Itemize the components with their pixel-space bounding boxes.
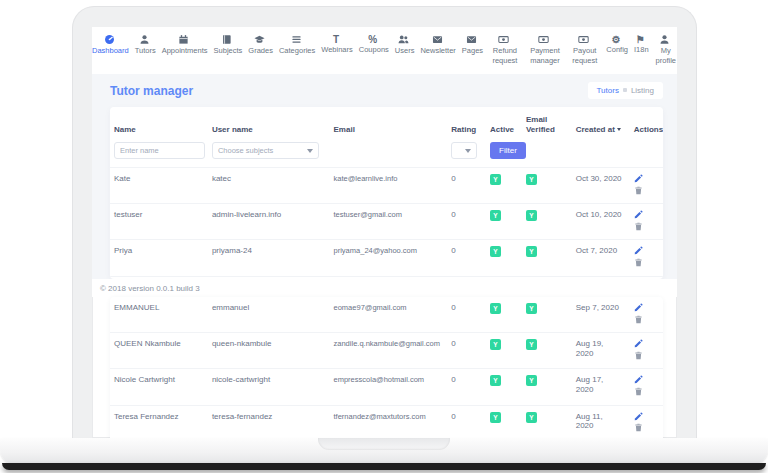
edit-button[interactable] [634, 375, 643, 384]
nav-item-label: Grades [248, 46, 273, 55]
active-badge: Y [490, 339, 501, 350]
nav-item-dashboard[interactable]: Dashboard [92, 34, 129, 56]
delete-button[interactable] [634, 258, 643, 267]
active-badge: Y [490, 375, 501, 386]
edit-button[interactable] [634, 339, 643, 348]
nav-item-label: Tutors [135, 46, 156, 55]
nav-item-label: Pages [462, 46, 483, 55]
percent-icon: % [367, 34, 378, 45]
top-navbar: DashboardTutorsAppointmentsSubjectsGrade… [92, 27, 677, 74]
cell-created-at: Sep 7, 2020 [572, 297, 630, 333]
subjects-filter-select[interactable]: Choose subjects [212, 142, 319, 159]
cell-rating: 0 [447, 333, 486, 369]
cell-created-at: Aug 11, 2020 [572, 405, 630, 438]
table-filter-row: Choose subjectsFilter [110, 140, 663, 168]
cell-rating: 0 [447, 240, 486, 276]
rating-filter-select[interactable] [451, 142, 477, 159]
nav-item-grades[interactable]: Grades [248, 34, 273, 56]
nav-item-subjects[interactable]: Subjects [214, 34, 243, 56]
chevron-down-icon [465, 149, 471, 153]
delete-button[interactable] [634, 186, 643, 195]
nav-item-categories[interactable]: Categories [279, 34, 315, 56]
edit-button[interactable] [634, 246, 643, 255]
money-icon [498, 34, 509, 45]
table-header-row: NameUser nameEmailRatingActiveEmail Veri… [110, 107, 663, 140]
table-row: EMMANUELemmanueleomae97@gmail.com0YYSep … [110, 297, 663, 333]
nav-item-webinars[interactable]: TWebinars [321, 34, 353, 55]
money-icon [538, 34, 549, 45]
edit-button[interactable] [634, 174, 643, 183]
nav-item-refund-request[interactable]: Refund request [489, 34, 521, 65]
text-icon: T [331, 34, 342, 45]
active-badge: Y [490, 246, 501, 257]
column-header-user-name: User name [208, 107, 330, 140]
tutor-table-card-continued: EMMANUELemmanueleomae97@gmail.com0YYSep … [110, 297, 663, 438]
email-verified-badge: Y [526, 174, 537, 185]
delete-button[interactable] [634, 222, 643, 231]
user-icon [139, 34, 150, 45]
flag-icon: ⚑ [635, 34, 646, 45]
nav-item-pages[interactable]: Pages [462, 34, 483, 56]
envelope-icon [466, 34, 477, 45]
cell-name: Priya [110, 240, 208, 276]
delete-button[interactable] [634, 387, 643, 396]
cell-name: Teresa Fernandez [110, 405, 208, 438]
laptop-base-shadow [2, 463, 766, 470]
nav-item-appointments[interactable]: Appointments [162, 34, 208, 56]
cell-username: teresa-fernandez [208, 405, 330, 438]
table-row: Priyapriyama-24priyama_24@yahoo.com0YYOc… [110, 240, 663, 276]
nav-item-label: Coupons [359, 45, 389, 54]
breadcrumb-link-tutors[interactable]: Tutors [597, 86, 619, 95]
cell-username: nicole-cartwright [208, 369, 330, 405]
nav-item-newsletter[interactable]: Newsletter [420, 34, 455, 56]
nav-item-label: Subjects [214, 46, 243, 55]
laptop-base-notch [318, 438, 450, 450]
tutor-table-continued: EMMANUELemmanueleomae97@gmail.com0YYSep … [110, 297, 663, 438]
sort-desc-icon [617, 128, 621, 131]
nav-item-label: Newsletter [420, 46, 455, 55]
section-header: Tutor manager TutorsListing [92, 74, 677, 107]
email-verified-badge: Y [526, 210, 537, 221]
nav-item-coupons[interactable]: %Coupons [359, 34, 389, 55]
nav-item-my-profile[interactable]: My profile [655, 34, 677, 65]
table-row: Katekateckate@learnlive.info0YYOct 30, 2… [110, 168, 663, 204]
nav-item-label: Payment manager [530, 46, 560, 65]
nav-item-label: Appointments [162, 46, 208, 55]
nav-item-payment-manager[interactable]: Payment manager [527, 34, 563, 65]
cell-created-at: Oct 7, 2020 [572, 240, 630, 276]
breadcrumb-separator-icon [623, 88, 627, 92]
nav-item-payout-request[interactable]: Payout request [569, 34, 600, 65]
nav-item-users[interactable]: Users [395, 34, 415, 56]
filter-button[interactable]: Filter [490, 142, 526, 159]
cell-email: empresscola@hotmail.com [330, 369, 448, 405]
edit-button[interactable] [634, 303, 643, 312]
delete-button[interactable] [634, 351, 643, 360]
table-row: Teresa Fernandezteresa-fernandeztfernand… [110, 405, 663, 438]
nav-item-i18n[interactable]: ⚑I18n [634, 34, 649, 55]
laptop-lid: DashboardTutorsAppointmentsSubjectsGrade… [72, 6, 697, 438]
graduation-cap-icon [254, 34, 265, 45]
cell-rating: 0 [447, 405, 486, 438]
cell-rating: 0 [447, 204, 486, 240]
delete-button[interactable] [634, 315, 643, 324]
email-verified-badge: Y [526, 412, 537, 423]
nav-item-config[interactable]: ⚙Config [606, 34, 628, 55]
edit-button[interactable] [634, 412, 643, 421]
cell-username: priyama-24 [208, 240, 330, 276]
cell-name: testuser [110, 204, 208, 240]
cell-username: katec [208, 168, 330, 204]
column-header-created-at[interactable]: Created at [572, 107, 630, 140]
delete-button[interactable] [634, 423, 643, 432]
cell-rating: 0 [447, 297, 486, 333]
column-header-name: Name [110, 107, 208, 140]
active-badge: Y [490, 210, 501, 221]
cell-email: priyama_24@yahoo.com [330, 240, 448, 276]
cell-name: QUEEN Nkambule [110, 333, 208, 369]
active-badge: Y [490, 303, 501, 314]
nav-item-tutors[interactable]: Tutors [135, 34, 156, 56]
column-header-rating: Rating [447, 107, 486, 140]
cell-username: queen-nkambule [208, 333, 330, 369]
nav-item-label: Dashboard [92, 46, 129, 55]
name-filter-input[interactable] [114, 142, 205, 159]
edit-button[interactable] [634, 210, 643, 219]
